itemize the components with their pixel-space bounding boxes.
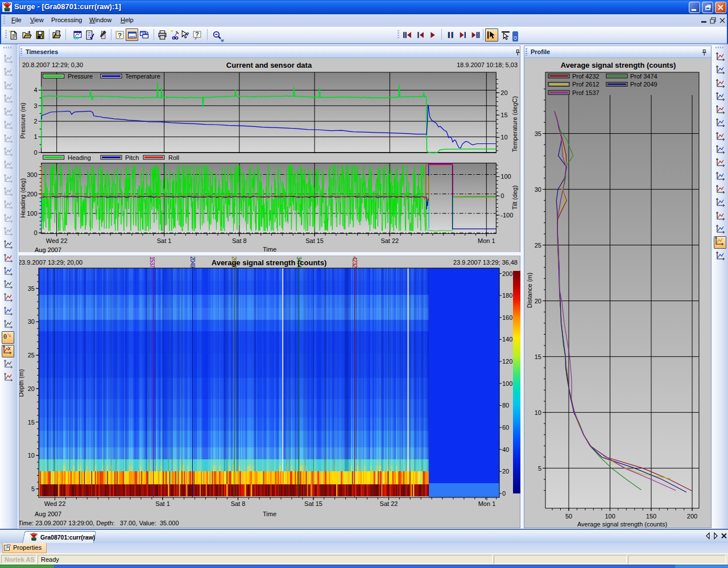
svg-text:10: 10 — [500, 134, 507, 141]
svg-text:20: 20 — [500, 89, 507, 96]
svg-text:10: 10 — [28, 452, 35, 459]
svg-text:Average signal strength (count: Average signal strength (counts) — [577, 521, 667, 528]
svg-text:Distance (m): Distance (m) — [526, 273, 533, 308]
svg-text:Prof 1537: Prof 1537 — [572, 89, 599, 96]
svg-text:1: 1 — [34, 133, 37, 140]
svg-text:23.9.2007 13:29; 36,48: 23.9.2007 13:29; 36,48 — [453, 259, 518, 266]
svg-text:4232: 4232 — [351, 257, 358, 268]
svg-text:10: 10 — [535, 409, 541, 416]
svg-text:-100: -100 — [500, 212, 513, 219]
svg-text:35: 35 — [28, 285, 35, 292]
svg-text:Sat 8: Sat 8 — [231, 500, 246, 507]
svg-text:50: 50 — [565, 513, 572, 520]
svg-text:2: 2 — [34, 118, 37, 125]
svg-text:140: 140 — [502, 336, 512, 343]
svg-text:Pressure: Pressure — [68, 73, 93, 80]
svg-text:100: 100 — [27, 210, 37, 217]
svg-text:300: 300 — [27, 171, 37, 178]
svg-text:2049: 2049 — [189, 257, 196, 268]
svg-text:1537: 1537 — [149, 257, 155, 268]
svg-text:Tilt (deg): Tilt (deg) — [511, 186, 518, 210]
svg-text:Sat 1: Sat 1 — [155, 500, 170, 507]
svg-text:180: 180 — [502, 292, 512, 299]
svg-text:35: 35 — [535, 130, 541, 137]
svg-text:30: 30 — [28, 318, 35, 325]
svg-text:Sat 1: Sat 1 — [157, 237, 172, 244]
svg-text:Wed 22: Wed 22 — [44, 500, 66, 507]
svg-text:200: 200 — [687, 513, 697, 520]
svg-text:?: ? — [117, 31, 121, 38]
svg-text:5: 5 — [538, 465, 541, 472]
svg-text:0: 0 — [34, 149, 37, 156]
svg-text:Time: 23.09.2007 13:29:00, Dep: Time: 23.09.2007 13:29:00, Depth: 37.00,… — [19, 520, 179, 526]
svg-text:25: 25 — [535, 242, 541, 249]
svg-text:200: 200 — [27, 191, 37, 197]
svg-text:200: 200 — [502, 270, 512, 277]
svg-text:0: 0 — [502, 490, 506, 497]
svg-text:Time: Time — [263, 246, 276, 253]
svg-text:5: 5 — [31, 485, 35, 492]
svg-text:Wed 22: Wed 22 — [46, 237, 68, 244]
svg-text:0: 0 — [500, 192, 504, 199]
svg-text:Mon 1: Mon 1 — [478, 500, 496, 507]
svg-text:Prof 4232: Prof 4232 — [572, 73, 599, 80]
svg-text:100: 100 — [502, 380, 512, 387]
svg-text:80: 80 — [502, 402, 509, 409]
svg-text:Aug 2007: Aug 2007 — [35, 511, 61, 517]
svg-text:Time: Time — [263, 511, 276, 517]
svg-text:15: 15 — [535, 353, 541, 360]
svg-text:?: ? — [185, 30, 189, 36]
svg-text:Sat 22: Sat 22 — [380, 237, 399, 244]
svg-text:Sat 15: Sat 15 — [305, 237, 324, 244]
svg-text:?: ? — [195, 31, 198, 38]
svg-text:Pitch: Pitch — [125, 154, 139, 161]
svg-text:Temperature (degC): Temperature (degC) — [511, 96, 518, 152]
svg-text:Prof 2612: Prof 2612 — [572, 81, 599, 88]
svg-text:Sat 15: Sat 15 — [304, 500, 322, 507]
svg-text:4: 4 — [34, 87, 37, 93]
svg-text:23.9.2007 13:29; 20,00: 23.9.2007 13:29; 20,00 — [19, 259, 82, 266]
svg-text:30: 30 — [535, 186, 541, 193]
svg-text:18.9.2007 10:18; 5,03: 18.9.2007 10:18; 5,03 — [457, 61, 518, 68]
svg-text:Sat 8: Sat 8 — [232, 237, 247, 244]
svg-text:20: 20 — [535, 298, 541, 304]
svg-text:Pressure (m): Pressure (m) — [19, 102, 26, 139]
svg-text:Temperature: Temperature — [125, 73, 160, 80]
svg-text:0: 0 — [34, 229, 37, 236]
svg-text:25: 25 — [28, 352, 35, 359]
svg-text:Roll: Roll — [168, 154, 179, 161]
svg-text:Sat 22: Sat 22 — [380, 500, 398, 507]
svg-text:100: 100 — [500, 173, 511, 180]
svg-text:θ: θ — [3, 333, 7, 340]
svg-text:Prof 3474: Prof 3474 — [630, 73, 657, 80]
svg-text:Heading: Heading — [68, 154, 91, 161]
svg-text:Heading (deg): Heading (deg) — [19, 178, 26, 218]
svg-text:100: 100 — [605, 513, 615, 520]
svg-text:20.8.2007 12:29; 0,30: 20.8.2007 12:29; 0,30 — [22, 61, 83, 68]
svg-text:Mon 1: Mon 1 — [478, 237, 495, 244]
svg-text:120: 120 — [502, 358, 512, 365]
svg-text:15: 15 — [500, 112, 507, 118]
svg-text:Prof 2049: Prof 2049 — [630, 81, 657, 88]
svg-text:150: 150 — [646, 513, 656, 520]
svg-text:Depth (m): Depth (m) — [19, 369, 24, 397]
svg-text:60: 60 — [502, 424, 509, 431]
svg-text:Current and sensor data: Current and sensor data — [226, 61, 312, 69]
svg-text:20: 20 — [502, 468, 509, 475]
svg-text:3: 3 — [34, 102, 37, 109]
svg-text:20: 20 — [28, 385, 35, 392]
svg-text:°c: °c — [7, 334, 11, 337]
svg-text:Average signal strength (count: Average signal strength (counts) — [212, 258, 327, 267]
svg-text:40: 40 — [502, 446, 509, 453]
svg-text:15: 15 — [28, 419, 35, 426]
svg-text:Aug 2007: Aug 2007 — [35, 246, 61, 253]
svg-text:Average signal strength (count: Average signal strength (counts) — [561, 61, 676, 69]
svg-text:160: 160 — [502, 314, 512, 321]
